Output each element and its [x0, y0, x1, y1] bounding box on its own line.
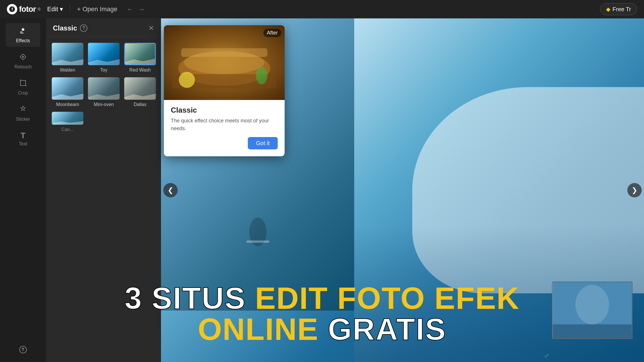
effect-item-walden[interactable]: Walden: [52, 43, 83, 73]
help-icon-text: ?: [82, 26, 85, 31]
sidebar-item-retouch[interactable]: Retouch: [6, 49, 40, 73]
overlay-line1-white: 3 SITUS: [124, 281, 255, 315]
effect-label-dallas: Dallas: [134, 102, 146, 107]
overlay-line2: ONLINE GRATIS: [23, 314, 621, 345]
effect-thumb-dallas: [124, 77, 156, 100]
svg-rect-2: [20, 32, 22, 32]
panel-title: Classic ?: [53, 24, 87, 32]
right-arrow-icon: ❯: [632, 186, 637, 194]
edit-chevron: ▾: [60, 5, 63, 13]
panel-title-text: Classic: [53, 24, 77, 32]
effect-item-moonbeam[interactable]: Moonbeam: [52, 77, 83, 107]
text-label: Text: [19, 141, 27, 147]
open-image-button[interactable]: + Open Image: [77, 5, 117, 13]
logo-circle: f: [7, 4, 17, 14]
overlay-line1: 3 SITUS EDIT FOTO EFEK: [23, 283, 621, 314]
effect-item-can[interactable]: Can...: [52, 112, 83, 132]
tooltip-description: The quick effect choice meets most of yo…: [171, 117, 278, 132]
open-image-label: + Open Image: [77, 5, 117, 13]
topbar-separator: [70, 5, 70, 14]
effects-grid: Walden Toy Red Wash Moonbeam: [46, 37, 161, 138]
effect-thumb-redwash: [124, 43, 156, 65]
svg-point-27: [256, 67, 267, 84]
effect-label-minioven: Mini-oven: [94, 102, 114, 107]
overlay-line1-yellow: EDIT FOTO EFEK: [255, 281, 520, 315]
edit-label: Edit: [47, 5, 58, 13]
sticker-icon: [19, 105, 27, 115]
svg-rect-17: [246, 240, 269, 243]
retouch-label: Retouch: [14, 64, 32, 70]
svg-marker-13: [21, 106, 25, 111]
effect-thumb-minioven: [88, 77, 120, 100]
sticker-label: Sticker: [16, 117, 30, 122]
effects-icon: [19, 26, 27, 37]
effect-thumb-walden: [52, 43, 83, 65]
canvas-prev-button[interactable]: ❮: [163, 183, 178, 197]
history-controls: ← →: [126, 5, 145, 13]
after-badge-text: After: [267, 30, 278, 36]
effect-thumb-can: [52, 112, 83, 125]
svg-rect-3: [20, 33, 24, 33]
app-logo[interactable]: f fotor ®: [7, 4, 40, 14]
sidebar-item-crop[interactable]: Crop: [6, 75, 40, 99]
undo-button[interactable]: ←: [126, 5, 133, 13]
tooltip-body: Classic The quick effect choice meets mo…: [164, 100, 285, 156]
effect-label-toy: Toy: [100, 68, 108, 73]
sidebar-item-text[interactable]: T Text: [6, 128, 40, 150]
overlay-line2-white: GRATIS: [328, 312, 446, 346]
svg-point-26: [179, 72, 195, 88]
effect-item-minioven[interactable]: Mini-oven: [88, 77, 120, 107]
help-button[interactable]: ?: [80, 24, 87, 32]
tooltip-popup: After Classic The quick effect choice me…: [164, 25, 285, 156]
after-badge: After: [263, 29, 281, 37]
effect-thumb-toy: [88, 43, 120, 65]
effect-label-walden: Walden: [60, 68, 75, 73]
free-trial-button[interactable]: ◆ Free Tr: [600, 3, 637, 15]
tooltip-title: Classic: [171, 106, 278, 115]
effect-label-redwash: Red Wash: [129, 68, 151, 73]
effect-label-moonbeam: Moonbeam: [56, 102, 79, 107]
got-it-button[interactable]: Got it: [248, 137, 278, 149]
close-icon: ✕: [148, 24, 154, 32]
overlay-text: 3 SITUS EDIT FOTO EFEK ONLINE GRATIS: [0, 283, 644, 345]
edit-menu[interactable]: Edit ▾: [47, 5, 63, 13]
effects-label: Effects: [16, 38, 30, 43]
panel-header: Classic ? ✕: [46, 18, 161, 37]
topbar: f fotor ® Edit ▾ + Open Image ← → ◆ Free…: [0, 0, 644, 18]
resize-icon[interactable]: ⤢: [544, 352, 549, 359]
panel-close-button[interactable]: ✕: [148, 24, 154, 32]
tooltip-image: After: [164, 25, 285, 100]
overlay-line2-yellow: ONLINE: [198, 312, 328, 346]
svg-rect-10: [20, 80, 26, 86]
logo-text: fotor: [19, 5, 36, 14]
text-icon: T: [20, 131, 25, 140]
sidebar-item-effects[interactable]: Effects: [6, 23, 40, 47]
effect-label-can: Can...: [62, 127, 74, 132]
crop-icon: [19, 79, 27, 89]
free-trial-label: Free Tr: [613, 6, 631, 13]
effect-item-dallas[interactable]: Dallas: [124, 77, 156, 107]
canvas-next-button[interactable]: ❯: [627, 183, 642, 197]
redo-button[interactable]: →: [138, 5, 145, 13]
svg-rect-24: [181, 48, 267, 57]
effect-thumb-moonbeam: [52, 77, 83, 100]
effect-item-toy[interactable]: Toy: [88, 43, 120, 73]
effect-item-redwash[interactable]: Red Wash: [124, 43, 156, 73]
svg-point-5: [22, 56, 24, 58]
retouch-icon: [19, 53, 27, 63]
crop-label: Crop: [18, 90, 28, 96]
sidebar-item-sticker[interactable]: Sticker: [6, 101, 40, 125]
left-arrow-icon: ❮: [168, 186, 173, 194]
diamond-icon: ◆: [606, 6, 610, 13]
